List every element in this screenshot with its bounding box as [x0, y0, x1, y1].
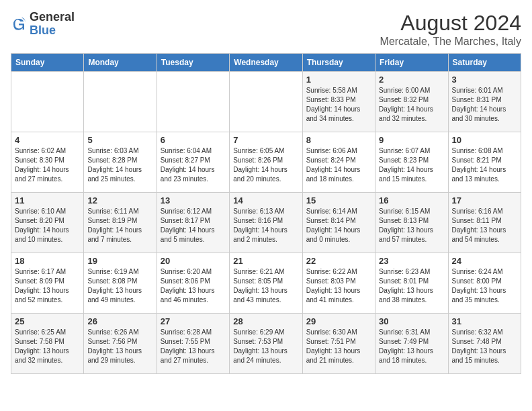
day-number: 23 [379, 256, 444, 266]
calendar-cell: 20Sunrise: 6:20 AM Sunset: 8:06 PM Dayli… [157, 253, 229, 314]
day-info: Sunrise: 6:02 AM Sunset: 8:30 PM Dayligh… [15, 146, 80, 184]
calendar-cell: 26Sunrise: 6:26 AM Sunset: 7:56 PM Dayli… [84, 314, 157, 374]
day-info: Sunrise: 6:08 AM Sunset: 8:21 PM Dayligh… [452, 146, 517, 184]
calendar-cell [157, 72, 229, 132]
calendar-table: SundayMondayTuesdayWednesdayThursdayFrid… [11, 53, 521, 374]
calendar-cell: 28Sunrise: 6:29 AM Sunset: 7:53 PM Dayli… [230, 314, 302, 374]
calendar-cell: 3Sunrise: 6:01 AM Sunset: 8:31 PM Daylig… [448, 72, 521, 132]
calendar-cell: 22Sunrise: 6:22 AM Sunset: 8:03 PM Dayli… [302, 253, 375, 314]
day-info: Sunrise: 6:21 AM Sunset: 8:05 PM Dayligh… [233, 267, 298, 305]
day-number: 8 [306, 135, 371, 145]
day-header-saturday: Saturday [448, 54, 521, 72]
calendar-cell: 10Sunrise: 6:08 AM Sunset: 8:21 PM Dayli… [448, 132, 521, 193]
day-info: Sunrise: 6:07 AM Sunset: 8:23 PM Dayligh… [379, 146, 444, 184]
calendar-week-4: 18Sunrise: 6:17 AM Sunset: 8:09 PM Dayli… [11, 253, 521, 314]
day-header-sunday: Sunday [11, 54, 84, 72]
calendar-cell: 24Sunrise: 6:24 AM Sunset: 8:00 PM Dayli… [448, 253, 521, 314]
calendar-cell: 11Sunrise: 6:10 AM Sunset: 8:20 PM Dayli… [11, 193, 84, 253]
day-number: 20 [161, 256, 226, 266]
calendar-cell: 25Sunrise: 6:25 AM Sunset: 7:58 PM Dayli… [11, 314, 84, 374]
calendar-cell: 15Sunrise: 6:14 AM Sunset: 8:14 PM Dayli… [302, 193, 375, 253]
day-number: 27 [161, 316, 226, 326]
logo: General Blue [11, 11, 75, 38]
day-info: Sunrise: 6:25 AM Sunset: 7:58 PM Dayligh… [15, 328, 80, 365]
calendar-cell: 21Sunrise: 6:21 AM Sunset: 8:05 PM Dayli… [230, 253, 302, 314]
day-number: 15 [306, 195, 371, 205]
day-number: 5 [87, 135, 152, 145]
calendar-cell: 18Sunrise: 6:17 AM Sunset: 8:09 PM Dayli… [11, 253, 84, 314]
calendar-cell: 4Sunrise: 6:02 AM Sunset: 8:30 PM Daylig… [11, 132, 84, 193]
calendar-cell: 1Sunrise: 5:58 AM Sunset: 8:33 PM Daylig… [302, 72, 375, 132]
day-number: 7 [233, 135, 298, 145]
calendar-cell: 9Sunrise: 6:07 AM Sunset: 8:23 PM Daylig… [375, 132, 448, 193]
day-number: 31 [452, 316, 517, 326]
day-number: 4 [15, 135, 80, 145]
day-number: 19 [87, 256, 152, 266]
day-info: Sunrise: 6:17 AM Sunset: 8:09 PM Dayligh… [15, 267, 80, 305]
day-number: 13 [161, 195, 226, 205]
calendar-cell: 16Sunrise: 6:15 AM Sunset: 8:13 PM Dayli… [375, 193, 448, 253]
day-header-friday: Friday [375, 54, 448, 72]
calendar-week-3: 11Sunrise: 6:10 AM Sunset: 8:20 PM Dayli… [11, 193, 521, 253]
logo-icon [11, 16, 27, 32]
day-info: Sunrise: 6:13 AM Sunset: 8:16 PM Dayligh… [233, 207, 298, 244]
calendar-cell: 17Sunrise: 6:16 AM Sunset: 8:11 PM Dayli… [448, 193, 521, 253]
day-info: Sunrise: 6:26 AM Sunset: 7:56 PM Dayligh… [87, 328, 152, 365]
day-number: 9 [379, 135, 444, 145]
calendar-week-2: 4Sunrise: 6:02 AM Sunset: 8:30 PM Daylig… [11, 132, 521, 193]
day-info: Sunrise: 6:16 AM Sunset: 8:11 PM Dayligh… [452, 207, 517, 244]
day-info: Sunrise: 6:24 AM Sunset: 8:00 PM Dayligh… [452, 267, 517, 305]
day-number: 30 [379, 316, 444, 326]
day-number: 29 [306, 316, 371, 326]
day-info: Sunrise: 6:05 AM Sunset: 8:26 PM Dayligh… [233, 146, 298, 184]
day-header-monday: Monday [84, 54, 157, 72]
day-header-thursday: Thursday [302, 54, 375, 72]
day-number: 17 [452, 195, 517, 205]
calendar-cell: 6Sunrise: 6:04 AM Sunset: 8:27 PM Daylig… [157, 132, 229, 193]
day-info: Sunrise: 6:22 AM Sunset: 8:03 PM Dayligh… [306, 267, 371, 305]
day-number: 12 [87, 195, 152, 205]
day-info: Sunrise: 6:00 AM Sunset: 8:32 PM Dayligh… [379, 86, 444, 124]
day-info: Sunrise: 6:19 AM Sunset: 8:08 PM Dayligh… [87, 267, 152, 305]
day-info: Sunrise: 6:15 AM Sunset: 8:13 PM Dayligh… [379, 207, 444, 244]
day-info: Sunrise: 6:14 AM Sunset: 8:14 PM Dayligh… [306, 207, 371, 244]
calendar-cell: 30Sunrise: 6:31 AM Sunset: 7:49 PM Dayli… [375, 314, 448, 374]
day-number: 16 [379, 195, 444, 205]
day-number: 2 [379, 75, 444, 85]
day-info: Sunrise: 6:03 AM Sunset: 8:28 PM Dayligh… [87, 146, 152, 184]
day-info: Sunrise: 6:28 AM Sunset: 7:55 PM Dayligh… [161, 328, 226, 365]
day-info: Sunrise: 6:10 AM Sunset: 8:20 PM Dayligh… [15, 207, 80, 244]
day-number: 25 [15, 316, 80, 326]
calendar-cell: 14Sunrise: 6:13 AM Sunset: 8:16 PM Dayli… [230, 193, 302, 253]
days-header-row: SundayMondayTuesdayWednesdayThursdayFrid… [11, 54, 521, 72]
calendar-cell: 29Sunrise: 6:30 AM Sunset: 7:51 PM Dayli… [302, 314, 375, 374]
title-block: August 2024 Mercatale, The Marches, Ital… [380, 11, 521, 48]
day-header-tuesday: Tuesday [157, 54, 229, 72]
day-number: 24 [452, 256, 517, 266]
day-number: 1 [306, 75, 371, 85]
day-info: Sunrise: 5:58 AM Sunset: 8:33 PM Dayligh… [306, 86, 371, 124]
calendar-cell: 27Sunrise: 6:28 AM Sunset: 7:55 PM Dayli… [157, 314, 229, 374]
day-info: Sunrise: 6:32 AM Sunset: 7:48 PM Dayligh… [452, 328, 517, 365]
calendar-title: August 2024 [380, 11, 521, 36]
day-info: Sunrise: 6:30 AM Sunset: 7:51 PM Dayligh… [306, 328, 371, 365]
day-number: 10 [452, 135, 517, 145]
logo-text: General Blue [30, 11, 75, 38]
calendar-body: 1Sunrise: 5:58 AM Sunset: 8:33 PM Daylig… [11, 72, 521, 374]
calendar-cell: 5Sunrise: 6:03 AM Sunset: 8:28 PM Daylig… [84, 132, 157, 193]
day-number: 26 [87, 316, 152, 326]
day-info: Sunrise: 6:29 AM Sunset: 7:53 PM Dayligh… [233, 328, 298, 365]
day-info: Sunrise: 6:04 AM Sunset: 8:27 PM Dayligh… [161, 146, 226, 184]
calendar-cell [230, 72, 302, 132]
day-number: 21 [233, 256, 298, 266]
day-number: 22 [306, 256, 371, 266]
calendar-cell [84, 72, 157, 132]
calendar-cell: 13Sunrise: 6:12 AM Sunset: 8:17 PM Dayli… [157, 193, 229, 253]
calendar-header: SundayMondayTuesdayWednesdayThursdayFrid… [11, 54, 521, 72]
calendar-cell: 2Sunrise: 6:00 AM Sunset: 8:32 PM Daylig… [375, 72, 448, 132]
day-info: Sunrise: 6:01 AM Sunset: 8:31 PM Dayligh… [452, 86, 517, 124]
day-info: Sunrise: 6:20 AM Sunset: 8:06 PM Dayligh… [161, 267, 226, 305]
day-header-wednesday: Wednesday [230, 54, 302, 72]
day-info: Sunrise: 6:23 AM Sunset: 8:01 PM Dayligh… [379, 267, 444, 305]
page-header: General Blue August 2024 Mercatale, The … [11, 11, 521, 48]
